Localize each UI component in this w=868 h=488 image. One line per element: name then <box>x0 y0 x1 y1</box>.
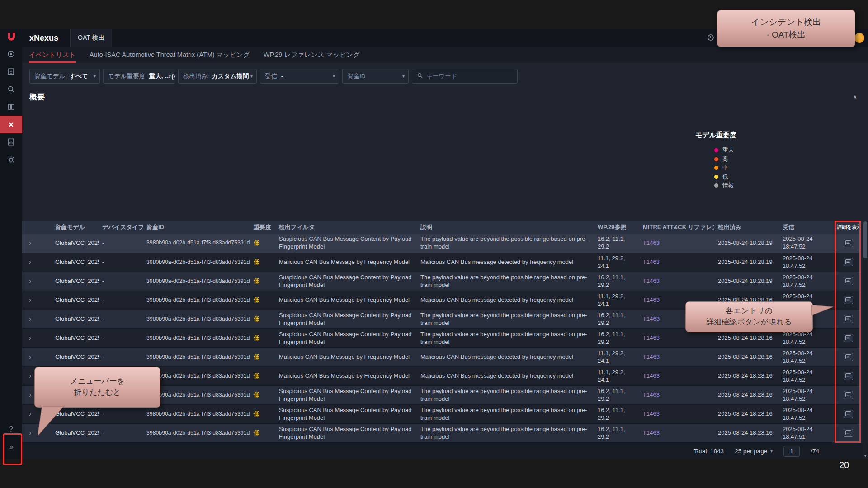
mitre-link[interactable]: T1463 <box>643 372 660 379</box>
table-row[interactable]: GlobalVCC_2025 - 3980b90a-d02b-d51a-f7f3… <box>22 234 861 253</box>
cell-device-type: - <box>99 291 143 310</box>
cell-received: 2025-08-24 18:47:52 <box>779 272 836 291</box>
row-expand-icon[interactable] <box>29 258 31 266</box>
filter-label: 資産モデル: <box>34 72 67 80</box>
mitre-link[interactable]: T1463 <box>643 391 660 398</box>
callout-line: 詳細確認ボタンが現れる <box>686 317 812 328</box>
row-expand-icon[interactable] <box>29 410 31 418</box>
column-header[interactable]: 説明 <box>417 221 594 234</box>
legend-title: モデル重要度 <box>695 131 754 140</box>
row-expand-icon[interactable] <box>29 429 31 436</box>
legend-label: 中 <box>722 164 728 172</box>
column-header[interactable]: 資産ID <box>143 221 250 234</box>
mitre-link[interactable]: T1463 <box>643 410 660 417</box>
tab-item[interactable]: Auto-ISAC Automotive Threat Matrix (ATM)… <box>90 47 250 63</box>
column-header[interactable]: MITRE ATT&CK リファレンス <box>639 221 714 234</box>
mitre-link[interactable]: T1463 <box>643 353 660 360</box>
cell-asset-model: GlobalVCC_2025 <box>52 329 99 348</box>
assets-icon[interactable] <box>0 63 22 80</box>
user-avatar[interactable] <box>854 33 864 43</box>
callout-line: 各エントリの <box>686 305 812 317</box>
app-title: xNexus <box>29 33 58 43</box>
cell-asset-id: 3980b90a-d02b-d51a-f7f3-d83add75391d <box>143 405 250 424</box>
cell-severity: 低 <box>250 272 275 291</box>
cell-description: Malicious CAN Bus message detected by fr… <box>417 291 594 310</box>
reports-icon[interactable] <box>0 133 22 151</box>
mitre-link[interactable]: T1463 <box>643 315 660 322</box>
table-row[interactable]: GlobalVCC_2025 - 3980b90a-d02b-d51a-f7f3… <box>22 424 861 443</box>
cell-asset-id: 3980b90a-d02b-d51a-f7f3-d83add75391d <box>143 424 250 443</box>
legend-color-dot <box>714 183 718 188</box>
row-expand-icon[interactable] <box>29 277 31 285</box>
mitre-link[interactable]: T1463 <box>643 429 660 436</box>
clock-icon[interactable] <box>707 33 715 43</box>
table-row[interactable]: GlobalVCC_2025 - 3980b90a-d02b-d51a-f7f3… <box>22 348 861 367</box>
filter-value: すべて <box>69 72 88 80</box>
row-expand-icon[interactable] <box>29 353 31 361</box>
cell-severity: 低 <box>250 329 275 348</box>
settings-icon[interactable] <box>0 151 22 169</box>
total-count: Total: 1843 <box>694 448 724 455</box>
table-row[interactable]: GlobalVCC_2025 - 3980b90a-d02b-d51a-f7f3… <box>22 253 861 272</box>
table-row[interactable]: GlobalVCC_2025 - 3980b90a-d02b-d51a-f7f3… <box>22 272 861 291</box>
column-header[interactable]: 資産モデル <box>52 221 99 234</box>
cell-severity: 低 <box>250 367 275 386</box>
filter-dropdown[interactable]: 受信:- <box>260 69 339 84</box>
mitre-link[interactable]: T1463 <box>643 258 660 265</box>
topbar-tab-oat[interactable]: OAT 検出 <box>70 29 112 47</box>
row-expand-icon[interactable] <box>29 391 31 399</box>
highlight-box-detail-column <box>835 221 861 443</box>
mitre-link[interactable]: T1463 <box>643 239 660 246</box>
filter-dropdown[interactable]: 資産ID <box>342 69 409 84</box>
cell-detection-filter: Malicious CAN Bus Message by Frequency M… <box>275 367 417 386</box>
cell-description: The payload value are beyond the possibl… <box>417 386 594 405</box>
scan-icon[interactable] <box>0 80 22 98</box>
table-scrollbar[interactable] <box>863 221 868 459</box>
cell-mitre: T1463 <box>639 386 714 405</box>
pagination-bar: Total: 1843 25 per page /74 <box>22 443 868 459</box>
page-input[interactable] <box>783 446 800 457</box>
column-header[interactable]: 検出フィルタ <box>275 221 417 234</box>
cell-asset-id: 3980b90a-d02b-d51a-f7f3-d83add75391d <box>143 348 250 367</box>
tab-bar: イベントリストAuto-ISAC Automotive Threat Matri… <box>22 47 868 63</box>
total-pages: /74 <box>811 448 819 455</box>
column-header[interactable]: WP.29参照 <box>594 221 639 234</box>
column-header[interactable]: 受信 <box>779 221 836 234</box>
cell-detection-filter: Suspicious CAN Bus Message Content by Pa… <box>275 234 417 253</box>
cell-device-type: - <box>99 424 143 443</box>
row-expand-icon[interactable] <box>29 372 31 380</box>
column-header[interactable]: 重要度 <box>250 221 275 234</box>
cell-detection-filter: Suspicious CAN Bus Message Content by Pa… <box>275 424 417 443</box>
oat-x-icon[interactable] <box>0 116 22 133</box>
library-icon[interactable] <box>0 98 22 116</box>
tab-item[interactable]: イベントリスト <box>29 47 76 63</box>
cell-description: The payload value are beyond the possibl… <box>417 329 594 348</box>
scroll-down-icon[interactable] <box>863 453 868 459</box>
row-expand-icon[interactable] <box>29 239 31 247</box>
filter-label: モデル重要度: <box>108 72 147 80</box>
column-header[interactable]: デバイスタイプ <box>99 221 143 234</box>
cell-device-type: - <box>99 329 143 348</box>
mitre-link[interactable]: T1463 <box>643 277 660 284</box>
filter-dropdown[interactable]: 検出済み:カスタム期間 <box>178 69 257 84</box>
severity-legend: モデル重要度 重大 高 中 低 情報 <box>695 131 754 190</box>
incident-icon[interactable] <box>0 45 22 63</box>
column-header[interactable]: 検出済み <box>714 221 779 234</box>
per-page-select[interactable]: 25 per page <box>735 448 773 455</box>
column-header[interactable] <box>22 221 52 234</box>
mitre-link[interactable]: T1463 <box>643 334 660 341</box>
tab-item[interactable]: WP.29 レファレンス マッピング <box>264 47 360 63</box>
search-input[interactable] <box>426 73 513 80</box>
filter-value: 重大, ... (4) <box>149 72 175 80</box>
collapse-overview-icon[interactable]: ∧ <box>853 94 857 100</box>
cell-detection-filter: Malicious CAN Bus Message by Frequency M… <box>275 291 417 310</box>
row-expand-icon[interactable] <box>29 315 31 323</box>
filter-dropdown[interactable]: モデル重要度:重大, ... (4) <box>103 69 175 84</box>
cell-received: 2025-08-24 18:47:52 <box>779 405 836 424</box>
row-expand-icon[interactable] <box>29 296 31 304</box>
row-expand-icon[interactable] <box>29 334 31 342</box>
filter-dropdown[interactable]: 資産モデル:すべて <box>29 69 100 84</box>
cell-received: 2025-08-24 18:47:51 <box>779 424 836 443</box>
mitre-link[interactable]: T1463 <box>643 296 660 303</box>
scrollbar-thumb[interactable] <box>863 221 867 258</box>
